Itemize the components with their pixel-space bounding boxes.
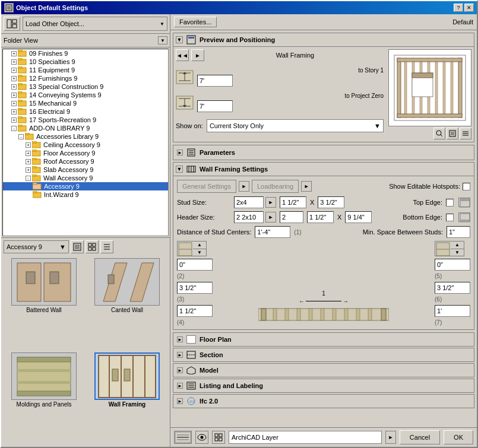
tree-item-wall[interactable]: - Wall Accessory 9 — [3, 174, 168, 182]
expand-17[interactable]: + — [11, 117, 17, 123]
thumb-moldings[interactable]: Moldings and Panels — [4, 352, 84, 444]
parameters-arrow[interactable]: ► — [177, 150, 183, 155]
tree-item-17[interactable]: + 17 Sports-Recreation 9 — [3, 116, 168, 124]
field-2-input[interactable] — [177, 259, 213, 271]
layer-table-btn[interactable] — [212, 431, 225, 444]
nav-prev-btn[interactable]: ◄◄ — [176, 49, 189, 61]
cancel-button[interactable]: Cancel — [400, 430, 440, 444]
ifc-arrow[interactable]: ► — [177, 398, 183, 404]
ok-button[interactable]: OK — [444, 430, 473, 444]
preview-zoom-btn[interactable] — [433, 128, 445, 139]
expand-slab[interactable]: + — [26, 167, 31, 173]
expand-floor[interactable]: + — [26, 151, 31, 156]
close-button[interactable]: ✕ — [464, 4, 474, 12]
expand-roof[interactable]: + — [26, 159, 31, 164]
favorites-button[interactable]: Favorites... — [174, 17, 217, 27]
general-settings-btn[interactable]: General Settings — [177, 180, 236, 193]
tree-item-15[interactable]: + 15 Mechanical 9 — [3, 99, 168, 107]
thumb-wall-framing[interactable]: Wall Framing — [87, 352, 167, 444]
tree-item-roof[interactable]: + Roof Accessory 9 — [3, 157, 168, 166]
field-3-input[interactable] — [177, 282, 213, 294]
spinbox-up-left[interactable]: ▲ — [193, 242, 206, 249]
obj-view-btn2[interactable] — [100, 240, 113, 253]
expand-ceiling[interactable]: + — [26, 142, 31, 148]
nav-next-btn[interactable]: ► — [191, 49, 204, 61]
expand-11[interactable]: + — [11, 68, 17, 73]
tree-item-14[interactable]: + 14 Conveying Systems 9 — [3, 91, 168, 99]
stud-size-input[interactable] — [234, 196, 264, 208]
show-on-dropdown[interactable]: Current Story Only ▼ — [207, 119, 384, 132]
layer-arrow-btn[interactable]: ► — [385, 431, 396, 444]
section-arrow[interactable]: ► — [177, 352, 183, 358]
field-6-input[interactable] — [435, 282, 470, 294]
header-w2-input[interactable] — [345, 211, 372, 223]
bottom-edge-checkbox[interactable] — [446, 214, 454, 221]
field-7-input[interactable] — [435, 305, 470, 317]
header-w1-input[interactable] — [307, 211, 334, 223]
expand-10[interactable]: + — [11, 59, 17, 65]
expand-16[interactable]: + — [11, 109, 17, 115]
loadbearing-btn[interactable]: Loadbearing — [252, 180, 299, 193]
expand-acclib[interactable]: - — [18, 134, 24, 139]
model-arrow[interactable]: ► — [177, 367, 183, 373]
layer-dropdown[interactable]: ArchiCAD Layer — [229, 431, 382, 444]
field-4-input[interactable] — [177, 305, 213, 317]
preview-list-btn[interactable] — [460, 128, 471, 139]
preview-header[interactable]: ▼ Preview and Positioning — [173, 33, 474, 47]
header-size-input[interactable] — [234, 211, 264, 223]
header-size-arrow[interactable]: ► — [265, 212, 276, 223]
height-input-1[interactable] — [197, 75, 233, 87]
layer-visibility-btn[interactable] — [195, 431, 208, 444]
tree-item-11[interactable]: + 11 Equipment 9 — [3, 66, 168, 74]
expand-09[interactable]: + — [11, 51, 17, 56]
tree-item-addon[interactable]: - ADD-ON LIBRARY 9 — [3, 124, 168, 132]
field-5-input[interactable] — [435, 259, 470, 271]
height-input-2[interactable] — [197, 100, 233, 112]
header-n-input[interactable] — [280, 211, 303, 223]
min-space-input[interactable] — [447, 226, 470, 238]
show-hotspots-checkbox[interactable] — [463, 183, 470, 190]
wf-header[interactable]: ▼ Wall Framing Settings — [173, 163, 474, 176]
floor-plan-arrow[interactable]: ► — [177, 336, 183, 342]
spinbox-up-right[interactable]: ▲ — [451, 242, 464, 249]
expand-14[interactable]: + — [11, 93, 17, 98]
expand-12[interactable]: + — [11, 76, 17, 81]
tree-item-10[interactable]: + 10 Specialties 9 — [3, 58, 168, 66]
tree-item-12[interactable]: + 12 Furnishings 9 — [3, 74, 168, 82]
help-button[interactable]: ? — [454, 4, 463, 12]
spinbox-down-right[interactable]: ▼ — [451, 249, 464, 256]
tree-item-ceiling[interactable]: + Ceiling Accessory 9 — [3, 141, 168, 149]
preview-settings-btn[interactable] — [447, 128, 458, 139]
tree-item-acc9[interactable]: Accessory 9 — [3, 182, 168, 190]
load-object-dropdown[interactable]: Load Other Object... ▼ — [23, 17, 167, 31]
section-section[interactable]: ► Section — [173, 348, 474, 362]
tree-item-13[interactable]: + 13 Special Construction 9 — [3, 82, 168, 91]
general-settings-arrow[interactable]: ► — [239, 181, 249, 192]
wf-collapse-arrow[interactable]: ▼ — [176, 166, 183, 173]
stud-w1-input[interactable] — [280, 196, 306, 208]
thumb-canted-wall[interactable]: Canted Wall — [87, 258, 167, 350]
parameters-section[interactable]: ► Parameters — [173, 145, 474, 160]
loadbearing-arrow[interactable]: ► — [301, 181, 312, 192]
tree-item-acclib[interactable]: - Accessories Library 9 — [3, 132, 168, 141]
expand-15[interactable]: + — [11, 101, 17, 106]
obj-view-btn1[interactable] — [86, 240, 99, 253]
preview-collapse-arrow[interactable]: ▼ — [176, 36, 183, 43]
object-type-dropdown[interactable]: Accessory 9 ▼ — [4, 240, 69, 253]
listing-arrow[interactable]: ► — [177, 383, 183, 389]
thumb-battered-wall[interactable]: Battered Wall — [4, 258, 84, 350]
ifc-section[interactable]: ► IFC Ifc 2.0 — [173, 394, 474, 408]
top-edge-checkbox[interactable] — [446, 199, 454, 206]
spinbox-down-left[interactable]: ▼ — [193, 249, 206, 256]
stud-size-arrow[interactable]: ► — [265, 197, 276, 208]
stud-w2-input[interactable] — [318, 196, 344, 208]
floor-plan-section[interactable]: ► Floor Plan — [173, 332, 474, 347]
dist-stud-input[interactable] — [255, 226, 290, 238]
expand-addon[interactable]: - — [11, 126, 17, 131]
expand-13[interactable]: + — [11, 84, 17, 90]
listing-section[interactable]: ► Listing and Labeling — [173, 379, 474, 393]
layout-btn[interactable] — [4, 17, 20, 31]
tree-item-slab[interactable]: + Slab Accessory 9 — [3, 166, 168, 174]
model-section[interactable]: ► Model — [173, 363, 474, 377]
expand-wall[interactable]: - — [26, 176, 31, 181]
